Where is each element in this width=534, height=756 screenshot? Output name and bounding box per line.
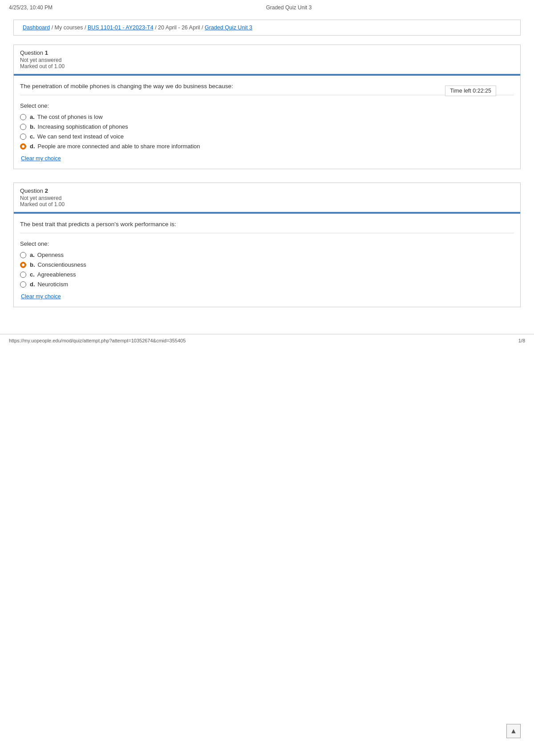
option-2-a[interactable]: a. Openness [20, 252, 514, 258]
radio-2-a[interactable] [20, 252, 26, 258]
option-text-1-a: The cost of phones is low [37, 114, 103, 120]
option-letter-2-a: a. [30, 252, 35, 258]
option-text-1-c: We can send text instead of voice [37, 133, 124, 140]
page-footer: https://my.uopeople.edu/mod/quiz/attempt… [0, 334, 534, 347]
option-letter-2-c: c. [30, 271, 35, 278]
header-datetime: 4/25/23, 10:40 PM [9, 4, 53, 11]
option-letter-1-a: a. [30, 114, 35, 120]
option-letter-1-d: d. [30, 143, 35, 150]
option-1-b[interactable]: b. Increasing sophistication of phones [20, 123, 514, 130]
option-letter-1-b: b. [30, 123, 35, 130]
option-text-2-c: Agreeableness [37, 271, 76, 278]
radio-2-b[interactable] [20, 262, 26, 268]
option-letter-2-b: b. [30, 261, 35, 268]
option-text-2-d: Neuroticism [38, 281, 69, 288]
question-1-mark: Marked out of 1.00 [20, 63, 514, 69]
option-text-1-d: People are more connected and able to sh… [38, 143, 200, 150]
breadcrumb-sep1: / My courses / [50, 24, 88, 31]
breadcrumb-dashboard[interactable]: Dashboard [23, 24, 50, 31]
question-2-body: The best trait that predicts a person's … [14, 214, 520, 307]
option-text-1-b: Increasing sophistication of phones [38, 123, 128, 130]
question-1-body-wrapper: The penetration of mobile phones is chan… [20, 83, 514, 162]
option-letter-1-c: c. [30, 133, 35, 140]
page-header: 4/25/23, 10:40 PM Graded Quiz Unit 3 [0, 0, 534, 15]
question-2-mark: Marked out of 1.00 [20, 201, 514, 207]
option-1-a[interactable]: a. The cost of phones is low [20, 114, 514, 120]
breadcrumb: Dashboard / My courses / BUS 1101-01 - A… [13, 20, 521, 36]
question-1-select-label: Select one: [20, 102, 514, 109]
breadcrumb-quiz[interactable]: Graded Quiz Unit 3 [205, 24, 252, 31]
radio-1-c[interactable] [20, 134, 26, 140]
radio-1-a[interactable] [20, 114, 26, 120]
question-2-header: Question 2 Not yet answered Marked out o… [14, 183, 520, 212]
footer-url: https://my.uopeople.edu/mod/quiz/attempt… [9, 338, 186, 343]
option-text-2-a: Openness [37, 252, 64, 258]
option-1-d[interactable]: d. People are more connected and able to… [20, 143, 514, 150]
question-1-body: The penetration of mobile phones is chan… [14, 76, 520, 169]
question-block-2: Question 2 Not yet answered Marked out o… [13, 183, 521, 307]
breadcrumb-course[interactable]: BUS 1101-01 - AY2023-T4 [88, 24, 154, 31]
question-1-label: Question 1 [20, 49, 514, 56]
question-1-text: The penetration of mobile phones is chan… [20, 83, 514, 95]
option-1-c[interactable]: c. We can send text instead of voice [20, 133, 514, 140]
option-2-c[interactable]: c. Agreeableness [20, 271, 514, 278]
radio-2-c[interactable] [20, 272, 26, 278]
question-1-options: a. The cost of phones is low b. Increasi… [20, 114, 514, 150]
question-2-clear[interactable]: Clear my choice [21, 293, 61, 300]
question-2-options: a. Openness b. Conscientiousness c. Agre… [20, 252, 514, 288]
option-2-b[interactable]: b. Conscientiousness [20, 261, 514, 268]
question-2-label: Question 2 [20, 187, 514, 194]
question-1-status: Not yet answered [20, 57, 514, 63]
radio-2-d[interactable] [20, 281, 26, 288]
question-block-1: Question 1 Not yet answered Marked out o… [13, 45, 521, 169]
footer-page: 1/8 [518, 338, 525, 343]
radio-1-b[interactable] [20, 124, 26, 130]
time-left-box: Time left 0:22:25 [445, 85, 496, 96]
questions-container: Question 1 Not yet answered Marked out o… [13, 45, 521, 307]
question-2-select-label: Select one: [20, 240, 514, 247]
question-1-clear[interactable]: Clear my choice [21, 155, 61, 162]
question-2-text: The best trait that predicts a person's … [20, 221, 514, 233]
question-2-body-wrapper: The best trait that predicts a person's … [20, 221, 514, 300]
option-2-d[interactable]: d. Neuroticism [20, 281, 514, 288]
question-1-header: Question 1 Not yet answered Marked out o… [14, 45, 520, 74]
option-text-2-b: Conscientiousness [38, 261, 86, 268]
radio-1-d[interactable] [20, 143, 26, 150]
breadcrumb-sep2: / 20 April - 26 April / [154, 24, 205, 31]
option-letter-2-d: d. [30, 281, 35, 288]
question-2-status: Not yet answered [20, 195, 514, 201]
header-title: Graded Quiz Unit 3 [53, 4, 525, 11]
